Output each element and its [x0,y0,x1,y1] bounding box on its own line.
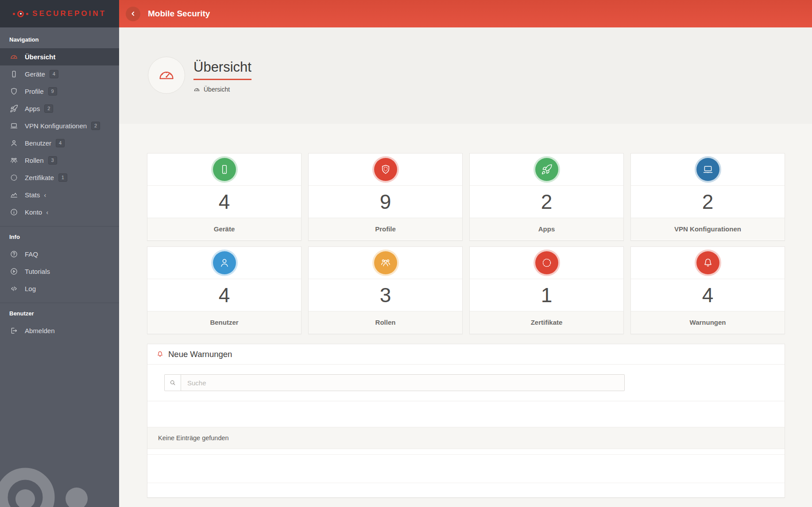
play-icon [9,267,18,276]
stat-value: 1 [470,279,623,311]
stat-label: Warnungen [631,311,785,333]
info-icon [9,208,18,216]
empty-state-message: Keine Einträge gefunden [147,427,785,449]
count-badge: 2 [91,122,100,130]
page-title: Übersicht [193,59,251,80]
laptop-icon [9,122,18,130]
stat-label: Zertifikate [470,311,623,333]
stat-card-profile[interactable]: 9 Profile [308,153,463,241]
logo-dot [26,13,28,15]
stat-value: 2 [470,185,623,218]
users-icon [374,251,397,274]
count-badge: 4 [56,139,65,147]
logo-wordmark: SECUREPOINT [32,9,106,18]
search-input[interactable] [181,374,625,391]
stat-value: 4 [147,279,301,311]
stat-card-apps[interactable]: 2 Apps [469,153,624,241]
sidebar-item-uebersicht[interactable]: Übersicht [0,48,119,65]
dashboard-icon-large [148,57,185,94]
chevron-left-icon: ‹ [46,208,48,216]
sidebar-item-konto[interactable]: Konto ‹ [0,204,119,221]
sidebar-item-zertifikate[interactable]: Zertifikate 1 [0,169,119,186]
shield-icon [9,87,18,96]
stat-card-vpn[interactable]: 2 VPN Konfigurationen [630,153,785,241]
sidebar-nav: Navigation Übersicht Geräte 4 [0,27,119,339]
chart-icon [9,191,18,199]
warnings-panel-title: Neue Warnungen [168,350,232,359]
laptop-icon [696,158,719,181]
nav-section-title: Benutzer [0,306,119,322]
users-icon [9,156,18,165]
stat-value: 3 [309,279,462,311]
logo-dot [13,13,15,15]
stat-card-zertifikate[interactable]: 1 Zertifikate [469,246,624,334]
sidebar-item-stats[interactable]: Stats ‹ [0,186,119,204]
sidebar-item-abmelden[interactable]: Abmelden [0,322,119,339]
securepoint-logo: SECUREPOINT [0,0,119,27]
sidebar-item-label: Übersicht [25,53,55,61]
stat-label: Benutzer [147,311,301,333]
top-header: Mobile Security [119,0,812,27]
sidebar-item-label: Zertifikate [25,174,54,181]
sidebar-item-label: Konto [25,208,42,216]
sidebar-item-apps[interactable]: Apps 2 [0,100,119,117]
back-button[interactable] [126,7,140,21]
dashboard-icon [9,53,18,61]
stat-value: 4 [631,279,785,311]
count-badge: 3 [48,156,57,165]
nav-section-title: Info [0,229,119,246]
sidebar-item-log[interactable]: Log [0,280,119,297]
table-row [147,455,785,483]
page-header: Übersicht Übersicht [119,27,812,124]
stat-value: 9 [309,185,462,218]
sidebar-item-vpn-konfigurationen[interactable]: VPN Konfigurationen 2 [0,117,119,134]
sidebar-item-label: Rollen [25,157,44,164]
sidebar-item-rollen[interactable]: Rollen 3 [0,152,119,169]
code-icon [9,284,18,293]
sidebar-item-faq[interactable]: FAQ [0,246,119,263]
warnings-panel-header: Neue Warnungen [147,344,785,365]
sidebar-item-label: VPN Konfigurationen [25,122,87,130]
stat-label: Geräte [147,218,301,240]
header-title: Mobile Security [148,9,210,19]
stat-card-rollen[interactable]: 3 Rollen [308,246,463,334]
sidebar-item-geraete[interactable]: Geräte 4 [0,65,119,83]
stat-card-benutzer[interactable]: 4 Benutzer [147,246,302,334]
bell-icon [696,251,719,274]
count-badge: 1 [58,173,67,182]
user-icon [213,251,236,274]
smartphone-icon [213,158,236,181]
breadcrumb[interactable]: Übersicht [193,86,230,93]
dashboard-content: 4 Geräte 9 Profile 2 Apps [119,124,812,507]
stat-card-geraete[interactable]: 4 Geräte [147,153,302,241]
certificate-icon [9,173,18,182]
stat-value: 4 [147,185,301,218]
sidebar-item-benutzer[interactable]: Benutzer 4 [0,134,119,152]
nav-section-benutzer: Benutzer Abmelden [0,303,119,339]
certificate-icon [535,251,558,274]
sidebar-item-label: Stats [25,191,40,199]
sidebar-item-label: Abmelden [25,327,55,334]
count-badge: 9 [48,87,57,96]
stat-card-warnungen[interactable]: 4 Warnungen [630,246,785,334]
rocket-icon [535,158,558,181]
stat-label: Profile [309,218,462,240]
nav-section-navigation: Navigation Übersicht Geräte 4 [0,32,119,221]
sidebar-item-profile[interactable]: Profile 9 [0,83,119,100]
sidebar-item-label: FAQ [25,250,38,258]
smartphone-icon [9,70,18,78]
sidebar-item-label: Benutzer [25,139,51,147]
logout-icon [9,326,18,335]
sidebar-item-tutorials[interactable]: Tutorials [0,263,119,280]
sidebar-item-label: Apps [25,105,40,112]
chevron-left-icon: ‹ [44,191,46,199]
chevron-left-icon [129,10,137,18]
sidebar-item-label: Log [25,285,36,292]
rocket-icon [9,104,18,113]
question-icon [9,250,18,258]
main-area: Mobile Security Übersicht Übersicht [119,0,812,507]
stat-label: VPN Konfigurationen [631,218,785,240]
search-bar [147,365,785,401]
user-icon [9,139,18,147]
stat-value: 2 [631,185,785,218]
